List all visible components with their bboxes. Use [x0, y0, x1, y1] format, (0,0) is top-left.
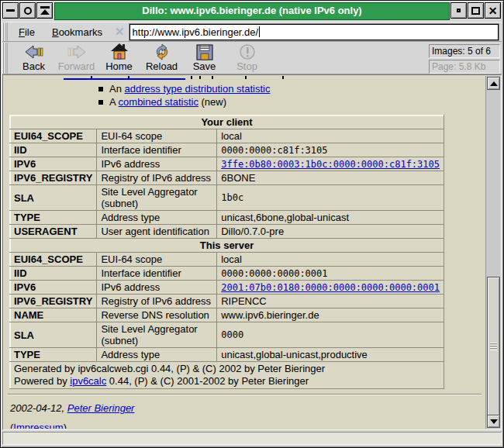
bullet2-suffix: (new) [198, 96, 226, 108]
table-row: IID Interface identifier 0000:0000:c81f:… [10, 143, 444, 157]
table-row: EUI64_SCOPE EUI-64 scope local [10, 253, 444, 267]
close-icon: ✕ [488, 5, 498, 16]
images-status: Images: 5 of 6 [429, 44, 500, 58]
menu-file[interactable]: File [12, 24, 41, 40]
scrollbar-grip [490, 343, 497, 350]
row-desc: Interface identifier [97, 143, 217, 157]
table-row: IID Interface identifier 0000:0000:0000:… [10, 267, 444, 281]
toolbar: Back Forward Home [2, 43, 502, 74]
vertical-scrollbar[interactable] [485, 76, 500, 429]
row-desc: IPv6 address [97, 157, 217, 171]
row-key: EUI64_SCOPE [10, 129, 97, 143]
row-desc: EUI-64 scope [97, 253, 217, 267]
row-desc: Interface identifier [97, 267, 217, 281]
page-content: An address type distribution statistic A… [4, 76, 485, 429]
scrollbar-thumb[interactable] [487, 277, 500, 416]
row-desc: Address type [97, 348, 217, 362]
forward-button[interactable]: Forward [55, 43, 98, 74]
impressum-line: (Impressum) [10, 422, 485, 429]
peter-bieringer-link[interactable]: Peter Bieringer [67, 402, 135, 414]
menu-bookmarks[interactable]: Bookmarks [46, 24, 109, 40]
menu-file-label: ile [25, 26, 35, 38]
row-value: 0000:0000:0000:0001 [217, 267, 444, 281]
row-value: 1b0c [217, 185, 444, 211]
clipped-text-line [4, 76, 485, 81]
menubar: File Bookmarks ✕ http://www.ipv6.biering… [2, 22, 502, 42]
row-desc: Site Level Aggregator (subnet) [97, 322, 217, 348]
row-key: IPV6 [10, 281, 97, 295]
table-row: IPV6 IPv6 address 2001:07b0:0180:0000:00… [10, 281, 444, 295]
statistics-list: An address type distribution statistic A… [98, 83, 485, 109]
row-key: NAME [10, 308, 97, 322]
stop-icon [239, 43, 256, 61]
date-line: 2002-04-12, Peter Bieringer [10, 402, 485, 414]
page-size-status: Page: 5.8 Kb [429, 60, 500, 74]
status-bar [2, 432, 502, 445]
small-square-icon [457, 9, 461, 12]
row-desc: Address type [97, 211, 217, 225]
window-iconify-button[interactable] [450, 2, 467, 19]
window-circle-button[interactable] [19, 2, 36, 19]
row-key: IPV6_REGISTRY [10, 171, 97, 185]
maximize-icon [471, 7, 480, 15]
row-value: RIPENCC [217, 295, 444, 308]
row-value: local [217, 129, 444, 143]
table-row: IPV6_REGISTRY Registry of IPv6 address 6… [10, 171, 444, 185]
save-button[interactable]: Save [183, 43, 226, 74]
list-item: An address type distribution statistic [98, 83, 485, 95]
combined-statistic-link[interactable]: combined statistic [119, 96, 198, 108]
row-desc: IPv6 address [97, 281, 217, 295]
powered-by-prefix: Powered by [14, 375, 70, 387]
back-icon [25, 43, 43, 61]
impressum-link[interactable]: Impressum [13, 422, 63, 429]
save-icon [196, 43, 213, 61]
minimize-icon [6, 9, 15, 12]
table-row: TYPE Address type unicast,global-unicast… [10, 348, 444, 362]
window-close-button[interactable]: ✕ [485, 2, 501, 19]
row-key: USERAGENT [10, 225, 97, 239]
back-label: Back [22, 61, 45, 72]
home-button[interactable]: Home [98, 43, 140, 74]
toolbar-drag-handle[interactable] [2, 43, 8, 74]
row-desc: Site Level Aggregator (subnet) [97, 185, 217, 211]
server-section-title: This server [10, 239, 444, 253]
back-button[interactable]: Back [12, 43, 55, 74]
menu-bookmarks-label: ookmarks [59, 26, 102, 38]
ipv6calc-link[interactable]: ipv6calc [70, 375, 106, 387]
arrow-up-icon [490, 81, 498, 86]
menu-file-initial: F [19, 26, 25, 38]
address-type-statistic-link[interactable]: address type distribution statistic [125, 83, 271, 95]
forward-icon [67, 43, 86, 61]
table-row: EUI64_SCOPE EUI-64 scope local [10, 129, 444, 143]
row-key: IID [10, 143, 97, 157]
horizontal-rule [8, 394, 482, 395]
row-value: unicast,6bone,global-unicast [217, 211, 444, 225]
forward-label: Forward [58, 61, 95, 72]
row-key: IID [10, 267, 97, 281]
window-maximize-button[interactable] [468, 2, 484, 19]
window-shade-button[interactable] [36, 2, 53, 19]
reload-button[interactable]: Reload [140, 43, 183, 74]
row-desc: Registry of IPv6 address [97, 295, 217, 308]
bullet1-prefix: An [109, 83, 125, 95]
stop-button[interactable]: Stop [226, 43, 268, 74]
window-minimize-button[interactable] [2, 2, 19, 19]
generated-by-text: Generated by ipv6calcweb.cgi 0.44, (P) &… [14, 363, 325, 374]
home-icon [110, 43, 129, 61]
table-section-header: This server [10, 239, 444, 253]
generator-note: Generated by ipv6calcweb.cgi 0.44, (P) &… [10, 362, 444, 389]
url-input[interactable]: http://www.ipv6.bieringer.de/ [129, 24, 499, 40]
scroll-down-button[interactable] [487, 415, 500, 428]
menubar-drag-handle[interactable] [2, 22, 8, 41]
dillo-window: Dillo: www.ipv6.bieringer.de (native IPv… [0, 0, 504, 448]
scroll-up-button[interactable] [487, 77, 500, 90]
content-viewport: An address type distribution statistic A… [2, 74, 502, 430]
row-value: www.ipv6.bieringer.de [217, 308, 444, 322]
row-desc: User agent identification [97, 225, 217, 239]
row-desc: EUI-64 scope [97, 129, 217, 143]
row-desc: Reverse DNS resolution [97, 308, 217, 322]
arrow-down-icon [490, 419, 498, 424]
client-ipv6-address-link[interactable]: 3ffe:0b80:0003:1b0c:0000:0000:c81f:3105 [221, 159, 440, 170]
clear-url-icon[interactable]: ✕ [115, 25, 125, 39]
server-ipv6-address-link[interactable]: 2001:07b0:0180:0000:0000:0000:0000:0001 [221, 282, 440, 293]
